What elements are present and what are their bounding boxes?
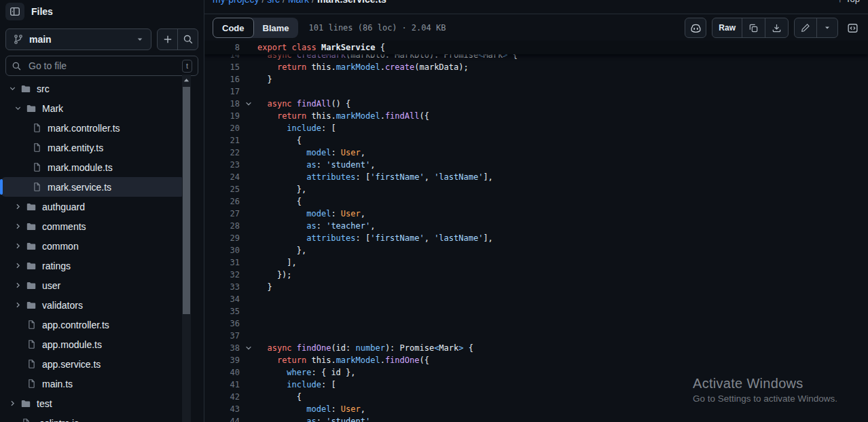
fold-chevron-icon[interactable] [240,344,257,352]
tree-item-mark.controller.ts[interactable]: mark.controller.ts [1,118,185,138]
folder-icon [26,280,37,291]
file-meta: 101 lines (86 loc) · 2.04 KB [309,23,446,33]
line-number[interactable]: 41 [204,380,240,389]
line-number[interactable]: 15 [204,62,240,72]
file-icon [31,123,42,133]
line-number[interactable]: 29 [204,233,240,243]
tree-item-mark.service.ts[interactable]: mark.service.ts [1,177,185,197]
lines-info: 101 lines (86 loc) [309,23,397,33]
go-to-file-box[interactable]: t [5,56,198,76]
tree-item-label: mark.entity.ts [48,142,103,153]
tree-scrollbar[interactable] [182,75,191,422]
chevron-down-icon [7,84,18,93]
line-number[interactable]: 27 [204,209,240,218]
line-number[interactable]: 44 [204,417,240,422]
line-number[interactable]: 22 [204,148,240,157]
scrollbar-thumb[interactable] [183,87,190,314]
back-to-top-link[interactable]: ↑ Top [838,0,860,4]
line-number[interactable]: 19 [204,111,240,121]
branch-selector[interactable]: main [5,28,151,50]
line-number[interactable]: 32 [204,270,240,280]
code-line-40: 40 where: { id }, [204,366,868,379]
line-number[interactable]: 35 [204,307,240,316]
tree-item-app.controller.ts[interactable]: app.controller.ts [1,315,185,334]
code-line-22: 22 model: User, [204,147,868,159]
line-number[interactable]: 30 [204,246,240,255]
tree-item-label: src [37,83,50,94]
scrollbar-up-arrow-icon[interactable] [183,77,190,84]
line-number[interactable]: 39 [204,356,240,365]
edit-file-button[interactable] [795,18,816,37]
line-number[interactable]: 25 [204,185,240,194]
tree-item-mark[interactable]: Mark [1,98,185,118]
edit-dropdown-button[interactable] [816,18,837,37]
line-number[interactable]: 33 [204,282,240,292]
line-number[interactable]: 38 [204,343,240,353]
file-icon [26,359,37,369]
search-tree-button[interactable] [177,29,198,50]
tree-item-authguard[interactable]: authguard [1,197,185,216]
folder-icon [26,300,37,311]
tree-item-mark.entity.ts[interactable]: mark.entity.ts [1,138,185,157]
copy-icon [748,23,759,33]
folder-icon [20,83,31,94]
line-number[interactable]: 20 [204,123,240,133]
tree-item-comments[interactable]: comments [1,216,185,236]
code-line-30: 30 }, [204,244,868,256]
line-number[interactable]: 40 [204,368,240,377]
line-number[interactable]: 23 [204,160,240,170]
line-number[interactable]: 18 [204,99,240,109]
tree-item-label: ratings [42,261,71,271]
code-line-42: 42 { [204,391,868,403]
line-number[interactable]: 37 [204,331,240,341]
tree-item-app.module.ts[interactable]: app.module.ts [1,334,185,354]
code-line-33: 33 } [204,281,868,293]
tab-blame[interactable]: Blame [254,18,298,38]
line-number[interactable]: 43 [204,404,240,414]
tree-item-.eslintrc.js[interactable]: .eslintrc.js [1,413,185,422]
line-number[interactable]: 26 [204,197,240,206]
fold-chevron-icon[interactable] [240,100,257,108]
tree-item-user[interactable]: user [1,275,185,295]
line-number[interactable]: 14 [204,54,240,60]
line-number[interactable]: 34 [204,294,240,304]
line-number[interactable]: 16 [204,75,240,84]
go-to-file-input[interactable] [27,60,177,72]
line-number[interactable]: 36 [204,319,240,328]
line-number[interactable]: 17 [204,87,240,96]
tree-item-src[interactable]: src [1,79,185,98]
tab-code[interactable]: Code [213,18,254,38]
file-size: 2.04 KB [412,23,446,33]
tree-item-app.service.ts[interactable]: app.service.ts [1,354,185,374]
code-line-37: 37 [204,330,868,342]
copy-raw-button[interactable] [742,18,765,37]
copilot-button[interactable] [685,18,706,38]
tree-item-common[interactable]: common [1,236,185,256]
line-number[interactable]: 24 [204,172,240,182]
line-number[interactable]: 8 [204,43,240,52]
tree-item-label: mark.module.ts [48,162,113,173]
code-line-43: 43 model: User, [204,403,868,415]
raw-button[interactable]: Raw [712,18,742,37]
line-number[interactable]: 42 [204,392,240,402]
line-number[interactable]: 21 [204,136,240,145]
tree-item-validators[interactable]: validators [1,295,185,315]
line-number[interactable]: 31 [204,258,240,267]
tree-item-test[interactable]: test [1,394,185,413]
chevron-right-icon [12,301,23,309]
breadcrumb-repo-link[interactable]: my-projecy [213,0,259,5]
line-number[interactable]: 28 [204,221,240,231]
new-file-button[interactable] [158,29,177,50]
tree-item-ratings[interactable]: ratings [1,256,185,275]
collapse-file-tree-button[interactable] [5,3,24,20]
symbols-panel-button[interactable] [845,20,860,35]
breadcrumb-segment-link[interactable]: src [267,0,280,5]
tree-item-mark.module.ts[interactable]: mark.module.ts [1,157,185,177]
file-icon [31,182,42,192]
tree-item-main.ts[interactable]: main.ts [1,374,185,394]
tree-item-label: common [42,241,79,252]
download-button[interactable] [765,18,788,37]
code-blame-switch: CodeBlame [213,18,298,38]
breadcrumb-segment-link[interactable]: Mark [288,0,309,5]
search-icon [12,61,22,71]
